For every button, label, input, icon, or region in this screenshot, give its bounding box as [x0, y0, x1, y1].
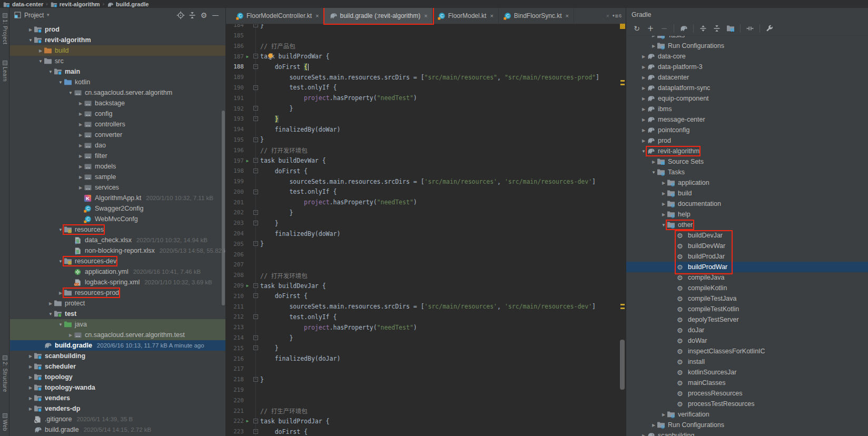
remove-icon[interactable]: − [658, 23, 670, 34]
project-item-dao[interactable]: ▶dao [10, 140, 225, 151]
project-item-scheduler[interactable]: ▶scheduler [10, 361, 225, 372]
project-item-build.gradle[interactable]: build.gradle2020/6/16 10:13, 11.77 kB A … [10, 340, 225, 351]
chevron-down-icon[interactable]: ▼ [57, 80, 64, 85]
add-icon[interactable]: + [644, 23, 657, 34]
fold-start-icon[interactable]: − [253, 85, 258, 90]
fold-start-icon[interactable]: − [253, 283, 258, 288]
panel-divider[interactable] [626, 8, 626, 436]
fold-end-icon[interactable]: ˄ [253, 106, 258, 111]
gradle-tree[interactable]: ▶⚙Tasks▶⚙Run Configurations▶data-core▶da… [626, 36, 868, 436]
chevron-down-icon[interactable]: ▼ [57, 322, 64, 327]
chevron-right-icon[interactable]: ▶ [77, 154, 84, 158]
expand-all-icon[interactable] [697, 23, 709, 34]
project-item-kotlin[interactable]: ▼kotlin [10, 77, 225, 87]
fold-start-icon[interactable]: − [253, 158, 258, 163]
collapse-all-icon[interactable] [711, 23, 723, 34]
fold-start-icon[interactable]: − [253, 54, 258, 58]
chevron-right-icon[interactable]: ▶ [47, 301, 54, 306]
run-task-icon[interactable]: ▶ [244, 158, 251, 163]
project-item-src[interactable]: ▼src [10, 56, 225, 66]
chevron-right-icon[interactable]: ▶ [77, 175, 84, 180]
editor-scrollbar[interactable] [619, 24, 626, 436]
chevron-right-icon[interactable]: ▶ [77, 185, 84, 190]
close-icon[interactable]: × [315, 13, 319, 19]
project-item-topology-wanda[interactable]: ▶topology-wanda [10, 382, 225, 393]
project-item-config[interactable]: ▶config [10, 108, 225, 119]
group-modules-icon[interactable] [724, 23, 737, 34]
gradle-item-other[interactable]: ▼⚙other [626, 220, 868, 230]
gradle-item-compileTestJava[interactable]: ⚙compileTestJava [626, 293, 868, 304]
project-item-venders-dp[interactable]: ▶venders-dp [10, 403, 225, 414]
gradle-item-compileKotlin[interactable]: ⚙compileKotlin [626, 283, 868, 293]
gradle-item-kotlinSourcesJar[interactable]: ⚙kotlinSourcesJar [626, 367, 868, 378]
project-item-models[interactable]: ▶models [10, 161, 225, 172]
gradle-item-scanbuilding[interactable]: ▶scanbuilding [626, 430, 868, 436]
gradle-item-processResources[interactable]: ⚙processResources [626, 388, 868, 399]
close-icon[interactable]: × [606, 13, 609, 19]
gradle-item-datacenter[interactable]: ▶datacenter [626, 72, 868, 83]
project-item-controllers[interactable]: ▶controllers [10, 119, 225, 130]
project-item-sample[interactable]: ▶sample [10, 172, 225, 182]
fold-end-icon[interactable]: ˄ [253, 345, 258, 350]
gradle-item-dataplatform-sync[interactable]: ▶dataplatform-sync [626, 83, 868, 93]
project-item-java[interactable]: ▼java [10, 319, 225, 330]
gradle-item-install[interactable]: ⚙install [626, 356, 868, 367]
chevron-down-icon[interactable]: ▼ [57, 227, 64, 232]
breadcrumb-item[interactable]: revit-algorithm [51, 1, 100, 7]
code-editor[interactable]: 184˄}185186// 打产品包187▶−task buildProdWar… [226, 24, 626, 436]
gradle-item-doJar[interactable]: ⚙doJar [626, 325, 868, 335]
chevron-right-icon[interactable]: ▶ [27, 27, 34, 32]
chevron-right-icon[interactable]: ▶ [660, 202, 667, 206]
chevron-right-icon[interactable]: ▶ [650, 160, 657, 164]
project-item-filter[interactable]: ▶filter [10, 151, 225, 161]
gradle-item-Source-Sets[interactable]: ▶Source Sets [626, 156, 868, 167]
gradle-item-buildDevJar[interactable]: ⚙buildDevJar [626, 230, 868, 241]
run-task-icon[interactable]: ▶ [244, 54, 251, 59]
chevron-right-icon[interactable]: ▶ [27, 354, 34, 359]
fold-start-icon[interactable]: − [253, 293, 258, 298]
fold-start-icon[interactable]: − [253, 314, 258, 319]
gradle-item-doWar[interactable]: ⚙doWar [626, 335, 868, 346]
project-item-venders[interactable]: ▶venders [10, 393, 225, 403]
project-item-scanbuilding[interactable]: ▶scanbuilding [10, 351, 225, 361]
project-item-protect[interactable]: ▶protect [10, 298, 225, 309]
project-item-backstage[interactable]: ▶backstage [10, 98, 225, 108]
chevron-right-icon[interactable]: ▶ [640, 86, 647, 91]
chevron-right-icon[interactable]: ▶ [77, 112, 84, 116]
gradle-elephant-icon[interactable] [677, 23, 690, 34]
chevron-right-icon[interactable]: ▶ [77, 101, 84, 106]
project-item-resources-prod[interactable]: ▶resources-prod [10, 288, 225, 298]
project-item-data-check.xlsx[interactable]: ?data_check.xlsx2020/1/10 10:32, 14.94 k… [10, 235, 225, 245]
chevron-right-icon[interactable]: ▶ [640, 128, 647, 133]
project-panel-title[interactable]: Project [24, 12, 44, 19]
project-item-cn.sagacloud.server.algorithm.test[interactable]: ▶cn.sagacloud.server.algorithm.test [10, 330, 225, 340]
project-tree[interactable]: ▶prod▼revit-algorithm▶build▼src▼main▼kot… [10, 22, 225, 436]
gradle-item-processTestResources[interactable]: ⚙processTestResources [626, 399, 868, 409]
hidden-tabs-dropdown[interactable]: ▾≡6 [613, 13, 622, 19]
chevron-right-icon[interactable]: ▶ [67, 333, 74, 338]
gradle-item-Tasks[interactable]: ▶⚙Tasks [626, 36, 868, 41]
chevron-right-icon[interactable]: ▶ [650, 36, 657, 38]
gradle-item-ibms[interactable]: ▶ibms [626, 104, 868, 114]
chevron-down-icon[interactable]: ▼ [640, 149, 647, 154]
run-task-icon[interactable]: ▶ [244, 419, 251, 423]
chevron-down-icon[interactable]: ▼ [67, 91, 74, 95]
project-item-.gitignore[interactable]: .gitignore2020/6/1 14:39, 35 B [10, 414, 225, 424]
project-item-application.yml[interactable]: application.yml2020/6/16 10:41, 7.46 kB [10, 266, 225, 277]
project-tree-scrollbar[interactable] [222, 111, 225, 305]
locate-icon[interactable] [175, 10, 186, 21]
chevron-right-icon[interactable]: ▶ [77, 133, 84, 137]
gradle-item-documentation[interactable]: ▶⚙documentation [626, 199, 868, 209]
gradle-item-verification[interactable]: ▶⚙verification [626, 409, 868, 420]
chevron-down-icon[interactable]: ▼ [37, 59, 44, 64]
scrollbar-thumb[interactable] [620, 340, 625, 390]
chevron-right-icon[interactable]: ▶ [27, 375, 34, 380]
settings-icon[interactable]: ⚙ [198, 10, 210, 21]
chevron-right-icon[interactable]: ▶ [650, 423, 657, 428]
gradle-item-data-core[interactable]: ▶data-core [626, 51, 868, 62]
project-item-prod[interactable]: ▶prod [10, 24, 225, 35]
chevron-right-icon[interactable]: ▶ [640, 107, 647, 112]
offline-mode-icon[interactable] [744, 23, 756, 34]
chevron-down-icon[interactable]: ▼ [660, 223, 667, 227]
hide-icon[interactable]: — [210, 10, 221, 21]
